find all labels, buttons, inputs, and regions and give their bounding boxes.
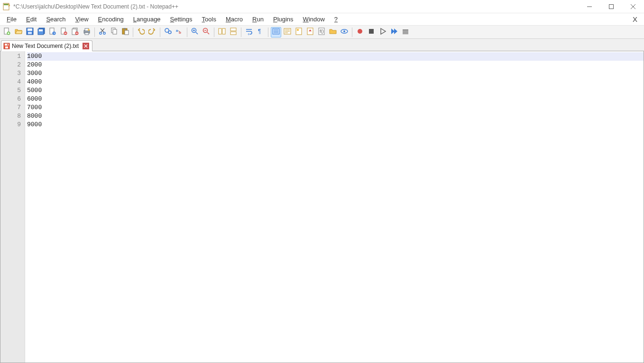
svg-text:f(): f() bbox=[320, 29, 324, 34]
menu-tools[interactable]: Tools bbox=[198, 15, 220, 24]
svg-rect-54 bbox=[403, 29, 408, 31]
toolbar-close-all-button[interactable] bbox=[70, 27, 81, 37]
menu-?[interactable]: ? bbox=[331, 15, 341, 24]
minimize-button[interactable] bbox=[579, 0, 600, 13]
svg-rect-23 bbox=[85, 33, 89, 35]
toolbar-paste-button[interactable] bbox=[120, 27, 130, 37]
menu-edit[interactable]: Edit bbox=[22, 15, 40, 24]
window-titlebar: *C:\Users\jalchu\Desktop\New Text Docume… bbox=[0, 0, 644, 13]
menu-settings[interactable]: Settings bbox=[166, 15, 196, 24]
stop-macro-icon bbox=[368, 28, 375, 37]
save-macro-icon bbox=[402, 28, 409, 37]
code-line[interactable]: 1000 bbox=[27, 52, 644, 61]
toolbar-show-all-button[interactable]: ¶ bbox=[255, 27, 266, 37]
toolbar-indent-guide-button[interactable] bbox=[271, 27, 281, 37]
menu-run[interactable]: Run bbox=[248, 15, 267, 24]
menubar-close-icon[interactable]: X bbox=[633, 15, 641, 23]
toolbar-wrap-button[interactable] bbox=[244, 27, 254, 37]
toolbar-copy-button[interactable] bbox=[109, 27, 119, 37]
copy-icon bbox=[110, 28, 118, 37]
menu-encoding[interactable]: Encoding bbox=[94, 15, 128, 24]
toolbar-sync-h-button[interactable] bbox=[228, 27, 239, 37]
toolbar-play-macro-button[interactable] bbox=[377, 27, 388, 37]
line-number: 9 bbox=[0, 121, 21, 129]
svg-rect-46 bbox=[297, 29, 299, 31]
toolbar-doc-list-button[interactable] bbox=[305, 27, 315, 37]
code-line[interactable]: 7000 bbox=[27, 103, 644, 112]
menu-view[interactable]: View bbox=[72, 15, 92, 24]
menu-file[interactable]: File bbox=[3, 15, 20, 24]
toolbar-separator bbox=[352, 28, 352, 37]
toolbar-find-button[interactable] bbox=[163, 27, 173, 37]
sync-v-icon bbox=[218, 28, 226, 37]
svg-point-24 bbox=[88, 29, 90, 31]
toolbar-save-button[interactable] bbox=[25, 27, 35, 37]
play-multi-icon bbox=[390, 28, 398, 37]
save-all-icon bbox=[37, 28, 45, 37]
wrap-icon bbox=[245, 28, 253, 37]
menu-language[interactable]: Language bbox=[129, 15, 165, 24]
toolbar-udl-button[interactable] bbox=[282, 27, 293, 37]
toolbar-print-now-button[interactable] bbox=[47, 27, 58, 37]
play-macro-icon bbox=[379, 28, 386, 37]
toolbar-play-multi-button[interactable] bbox=[389, 27, 399, 37]
toolbar-doc-map-button[interactable] bbox=[294, 27, 304, 37]
zoom-out-icon bbox=[202, 28, 210, 37]
toolbar-print-button[interactable] bbox=[82, 27, 92, 37]
find-icon bbox=[164, 28, 172, 37]
toolbar-cut-button[interactable] bbox=[97, 27, 108, 37]
svg-text:a: a bbox=[176, 28, 178, 33]
toolbar-replace-button[interactable]: ab bbox=[174, 27, 184, 37]
code-line[interactable]: 2000 bbox=[27, 61, 644, 69]
toolbar-open-file-button[interactable] bbox=[13, 27, 24, 37]
code-line[interactable]: 6000 bbox=[27, 95, 644, 103]
doc-list-icon bbox=[306, 28, 314, 37]
tab-bar: New Text Document (2).txt bbox=[0, 39, 644, 51]
toolbar-save-all-button[interactable] bbox=[36, 27, 46, 37]
toolbar-undo-button[interactable] bbox=[136, 27, 146, 37]
sync-h-icon bbox=[230, 28, 237, 37]
tab-close-icon[interactable] bbox=[83, 43, 89, 49]
line-number: 1 bbox=[0, 52, 21, 61]
maximize-button[interactable] bbox=[600, 0, 622, 13]
print-now-icon bbox=[49, 28, 56, 37]
toolbar-save-macro-button[interactable] bbox=[400, 27, 411, 37]
code-line[interactable]: 8000 bbox=[27, 112, 644, 121]
menu-search[interactable]: Search bbox=[42, 15, 69, 24]
code-line[interactable]: 4000 bbox=[27, 78, 644, 86]
toolbar-func-list-button[interactable]: f() bbox=[316, 27, 327, 37]
func-list-icon: f() bbox=[318, 28, 325, 37]
toolbar-monitor-button[interactable] bbox=[339, 27, 350, 37]
menu-window[interactable]: Window bbox=[299, 15, 329, 24]
toolbar-folder-button[interactable] bbox=[328, 27, 338, 37]
line-number: 3 bbox=[0, 69, 21, 78]
disk-icon bbox=[3, 43, 10, 49]
toolbar-zoom-out-button[interactable] bbox=[201, 27, 212, 37]
toolbar-redo-button[interactable] bbox=[147, 27, 157, 37]
toolbar-new-file-button[interactable] bbox=[2, 27, 12, 37]
line-number: 4 bbox=[0, 78, 21, 86]
code-line[interactable]: 3000 bbox=[27, 69, 644, 78]
menu-bar: FileEditSearchViewEncodingLanguageSettin… bbox=[0, 13, 644, 26]
menu-macro[interactable]: Macro bbox=[222, 15, 247, 24]
toolbar-close-button[interactable] bbox=[59, 27, 69, 37]
toolbar-sync-v-button[interactable] bbox=[217, 27, 227, 37]
tab-file[interactable]: New Text Document (2).txt bbox=[1, 40, 92, 51]
line-number: 2 bbox=[0, 61, 21, 69]
code-line[interactable]: 5000 bbox=[27, 86, 644, 95]
toolbar-zoom-in-button[interactable] bbox=[190, 27, 200, 37]
svg-rect-55 bbox=[403, 31, 408, 33]
svg-rect-38 bbox=[219, 28, 221, 34]
toolbar-stop-macro-button[interactable] bbox=[366, 27, 377, 37]
close-icon bbox=[60, 28, 68, 37]
toolbar-record-macro-button[interactable] bbox=[355, 27, 365, 37]
line-number: 6 bbox=[0, 95, 21, 103]
menu-plugins[interactable]: Plugins bbox=[269, 15, 297, 24]
replace-icon: ab bbox=[175, 28, 183, 37]
tab-label: New Text Document (2).txt bbox=[12, 43, 79, 49]
toolbar-separator bbox=[133, 28, 133, 37]
code-area[interactable]: 100020003000400050006000700080009000 bbox=[25, 51, 644, 363]
code-line[interactable]: 9000 bbox=[27, 121, 644, 129]
close-button[interactable] bbox=[622, 0, 644, 13]
svg-rect-9 bbox=[28, 28, 32, 31]
